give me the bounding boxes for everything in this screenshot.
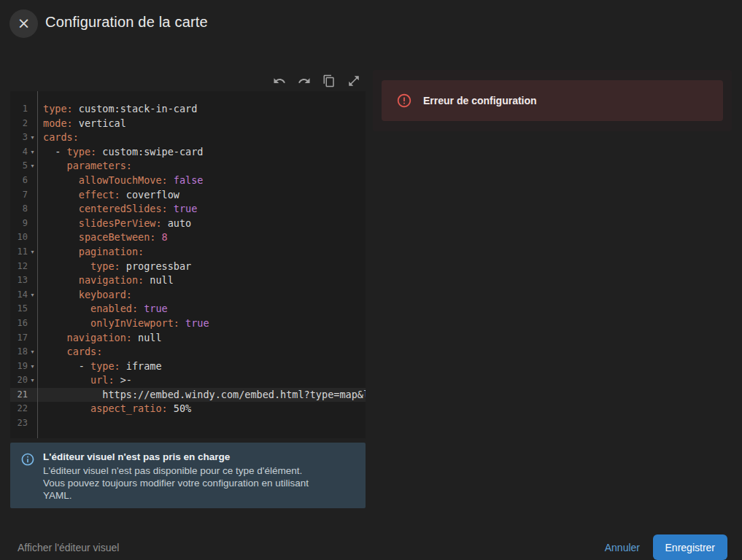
code-text: type: custom:stack-in-card: [37, 102, 366, 117]
yaml-editor[interactable]: 1type: custom:stack-in-card2mode: vertic…: [10, 91, 366, 438]
code-line[interactable]: 19▾ - type: iframe: [10, 359, 366, 374]
unsupported-editor-notice: L'éditeur visuel n'est pas pris en charg…: [10, 443, 366, 508]
line-number: 14: [10, 288, 28, 303]
undo-button[interactable]: [272, 74, 287, 88]
code-text: cards:: [37, 345, 366, 359]
cancel-button[interactable]: Annuler: [605, 542, 640, 553]
dialog-title: Configuration de la carte: [45, 14, 208, 31]
line-number: 1: [10, 102, 28, 117]
line-number: 16: [10, 316, 28, 331]
code-line[interactable]: 23: [10, 416, 366, 431]
copy-button[interactable]: [322, 74, 336, 88]
fold-toggle-icon[interactable]: ▾: [28, 245, 37, 260]
line-number: 15: [10, 302, 28, 316]
code-line[interactable]: 7 effect: coverflow: [10, 188, 366, 203]
code-text: navigation: null: [37, 273, 366, 288]
redo-button[interactable]: [297, 74, 312, 88]
close-button[interactable]: ×: [9, 9, 38, 38]
code-line[interactable]: 20▾ url: >-: [10, 373, 366, 388]
code-line[interactable]: 16 onlyInViewport: true: [10, 316, 366, 331]
code-text: - type: custom:swipe-card: [37, 145, 366, 160]
code-line[interactable]: 12 type: progressbar: [10, 260, 366, 274]
error-title: Erreur de configuration: [423, 95, 537, 106]
fold-toggle-icon[interactable]: ▾: [28, 345, 37, 359]
line-number: 18: [10, 345, 28, 359]
code-text: spaceBetween: 8: [37, 230, 366, 245]
code-line[interactable]: 17 navigation: null: [10, 331, 366, 346]
fold-spacer: [28, 273, 37, 288]
fold-spacer: [28, 230, 37, 245]
line-number: 12: [10, 260, 28, 274]
line-number: 17: [10, 331, 28, 346]
fold-spacer: [28, 316, 37, 331]
code-line[interactable]: 1type: custom:stack-in-card: [10, 102, 366, 117]
code-text: effect: coverflow: [37, 188, 366, 203]
code-text: https://embed.windy.com/embed.html?type=…: [37, 388, 366, 402]
line-number: 20: [10, 373, 28, 388]
code-line[interactable]: 8 centeredSlides: true: [10, 202, 366, 217]
code-line[interactable]: 5▾ parameters:: [10, 159, 366, 174]
fold-toggle-icon[interactable]: ▾: [28, 131, 37, 145]
fold-spacer: [28, 174, 37, 188]
code-text: slidesPerView: auto: [37, 217, 366, 231]
code-line[interactable]: 9 slidesPerView: auto: [10, 217, 366, 231]
copy-icon: [322, 74, 336, 88]
code-text: cards:: [37, 131, 366, 145]
code-line[interactable]: 11▾ pagination:: [10, 245, 366, 260]
fold-toggle-icon[interactable]: ▾: [28, 373, 37, 388]
code-line[interactable]: 10 spaceBetween: 8: [10, 230, 366, 245]
fold-spacer: [28, 402, 37, 416]
code-line[interactable]: 6 allowTouchMove: false: [10, 174, 366, 188]
code-line[interactable]: 14▾ keyboard:: [10, 288, 366, 303]
undo-icon: [273, 74, 286, 88]
line-number: 5: [10, 159, 28, 174]
error-banner: Erreur de configuration: [382, 80, 723, 121]
line-number: 4: [10, 145, 28, 160]
code-lines: 1type: custom:stack-in-card2mode: vertic…: [10, 91, 366, 431]
line-number: 6: [10, 174, 28, 188]
line-number: 13: [10, 273, 28, 288]
code-line[interactable]: 22 aspect_ratio: 50%: [10, 402, 366, 416]
code-line[interactable]: 13 navigation: null: [10, 273, 366, 288]
info-title: L'éditeur visuel n'est pas pris en charg…: [43, 451, 309, 462]
code-line[interactable]: 4▾ - type: custom:swipe-card: [10, 145, 366, 160]
save-button[interactable]: Enregistrer: [653, 534, 727, 560]
code-text: onlyInViewport: true: [37, 316, 366, 331]
fold-toggle-icon[interactable]: ▾: [28, 288, 37, 303]
fold-spacer: [28, 217, 37, 231]
fold-toggle-icon[interactable]: ▾: [28, 359, 37, 374]
code-line[interactable]: 15 enabled: true: [10, 302, 366, 316]
line-number: 11: [10, 245, 28, 260]
info-body: L'éditeur visuel n'est pas disponible po…: [43, 464, 309, 502]
expand-button[interactable]: [347, 74, 361, 88]
fold-spacer: [28, 331, 37, 346]
code-line[interactable]: 2mode: vertical: [10, 117, 366, 131]
code-line[interactable]: 3▾cards:: [10, 131, 366, 145]
code-text: [37, 416, 366, 431]
code-line[interactable]: 21 https://embed.windy.com/embed.html?ty…: [10, 388, 366, 402]
line-number: 22: [10, 402, 28, 416]
fold-toggle-icon[interactable]: ▾: [28, 145, 37, 160]
line-number: 10: [10, 230, 28, 245]
redo-icon: [298, 74, 311, 88]
fold-spacer: [28, 117, 37, 131]
code-text: aspect_ratio: 50%: [37, 402, 366, 416]
line-number: 23: [10, 416, 28, 431]
line-number: 3: [10, 131, 28, 145]
info-icon: [20, 452, 35, 467]
fold-spacer: [28, 202, 37, 217]
card-config-dialog: × Configuration de la carte 1type: custo…: [0, 0, 742, 560]
line-number: 21: [10, 388, 28, 402]
code-text: pagination:: [37, 245, 366, 260]
code-text: navigation: null: [37, 331, 366, 346]
fold-toggle-icon[interactable]: ▾: [28, 159, 37, 174]
code-line[interactable]: 18▾ cards:: [10, 345, 366, 359]
close-icon: ×: [18, 16, 31, 31]
fold-spacer: [28, 260, 37, 274]
code-text: parameters:: [37, 159, 366, 174]
code-text: enabled: true: [37, 302, 366, 316]
show-visual-editor-button[interactable]: Afficher l'éditeur visuel: [18, 542, 119, 553]
fold-spacer: [28, 416, 37, 431]
fold-spacer: [28, 302, 37, 316]
error-icon: [396, 93, 412, 109]
